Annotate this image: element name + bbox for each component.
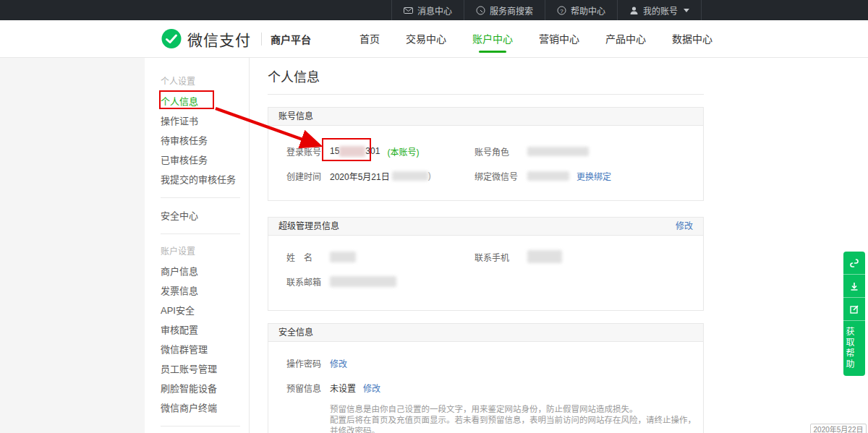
help-center-label: 帮助中心 — [571, 4, 605, 17]
floating-help-widget: 获取帮助 — [843, 252, 865, 376]
sidebar: 个人设置 个人信息 操作证书 待审核任务 已审核任务 我提交的审核任务 安全中心… — [145, 58, 250, 433]
nav-product-center[interactable]: 产品中心 — [605, 20, 646, 58]
login-account-prefix: 15 — [330, 146, 339, 156]
sidebar-section-account-settings: 账户设置 — [161, 242, 249, 262]
created-time-label: 创建时间 — [286, 170, 330, 182]
admin-phone-redacted — [527, 250, 562, 263]
login-account-row: 登录账号 15 301 (本账号) 账号角色 — [268, 139, 703, 163]
download-button[interactable] — [843, 275, 865, 298]
nav-marketing-center[interactable]: 营销中心 — [539, 20, 579, 58]
admin-phone-label: 联系手机 — [475, 251, 527, 263]
sidebar-item-my-submitted-tasks[interactable]: 我提交的审核任务 — [161, 170, 249, 189]
title-divider — [268, 94, 704, 95]
primary-nav: 首页 交易中心 账户中心 营销中心 产品中心 数据中心 — [359, 20, 712, 58]
sidebar-divider — [161, 233, 240, 234]
nav-data-center[interactable]: 数据中心 — [672, 20, 712, 58]
help-line-1: 预留信息是由你自己设置的一段文字，用来鉴定网站身份，防止假冒网站造成损失。 — [330, 404, 703, 415]
super-admin-card-title: 超级管理员信息 — [278, 218, 339, 235]
link-share-button[interactable] — [843, 252, 865, 275]
nav-transaction-center[interactable]: 交易中心 — [406, 20, 446, 58]
top-utility-bar: 消息中心 服务商搜索 ? 帮助中心 我的账号 — [0, 0, 868, 20]
operation-password-label: 操作密码 — [286, 357, 330, 369]
edit-icon — [849, 304, 859, 314]
operation-password-row: 操作密码 修改 — [268, 351, 703, 375]
date-badge: 2020年5月22日 — [810, 424, 867, 433]
change-binding-link[interactable]: 更换绑定 — [576, 170, 611, 182]
sidebar-divider — [161, 426, 240, 426]
get-help-button[interactable]: 获取帮助 — [843, 321, 865, 376]
admin-name-row: 姓 名 联系手机 — [268, 244, 703, 269]
sidebar-item-personal-info[interactable]: 个人信息 — [161, 92, 249, 111]
brand-name: 微信支付 — [187, 28, 251, 50]
admin-name-redacted — [330, 252, 356, 262]
left-gutter — [0, 58, 145, 433]
security-info-card: 安全信息 操作密码 修改 预留信息 未设置 修改 预留 — [268, 323, 704, 433]
sidebar-item-invoice-info[interactable]: 发票信息 — [161, 281, 249, 301]
search-icon — [476, 6, 485, 15]
help-center-link[interactable]: ? 帮助中心 — [545, 0, 617, 20]
sidebar-item-merchant-terminal[interactable]: 微信商户终端 — [161, 398, 249, 418]
feedback-button[interactable] — [843, 298, 865, 321]
security-info-card-header: 安全信息 — [268, 324, 703, 342]
security-info-card-title: 安全信息 — [278, 324, 313, 341]
brand-divider — [261, 33, 262, 46]
sidebar-item-review-config[interactable]: 审核配置 — [161, 320, 249, 340]
chevron-down-icon — [684, 9, 689, 12]
help-icon: ? — [557, 6, 566, 15]
user-icon — [629, 6, 639, 15]
current-account-note: (本账号) — [387, 145, 419, 158]
reserved-info-label: 预留信息 — [286, 382, 330, 394]
sidebar-item-staff-account-mgmt[interactable]: 员工账号管理 — [161, 359, 249, 379]
created-time-redacted — [392, 171, 428, 181]
sidebar-item-api-security[interactable]: API安全 — [161, 301, 249, 320]
service-provider-search-link[interactable]: 服务商搜索 — [464, 0, 545, 20]
created-time-row: 创建时间 2020年5月21日 ) 绑定微信号 更换绑定 — [268, 163, 703, 188]
account-info-card-header: 账号信息 — [268, 108, 703, 126]
login-account-suffix: 301 — [365, 146, 380, 156]
bound-wechat-redacted — [527, 171, 569, 181]
account-info-card-title: 账号信息 — [278, 108, 313, 125]
operation-password-edit-link[interactable]: 修改 — [330, 357, 347, 369]
admin-name-label: 姓 名 — [286, 251, 330, 263]
account-role-label: 账号角色 — [475, 145, 527, 158]
sidebar-item-wechat-group-mgmt[interactable]: 微信群管理 — [161, 340, 249, 359]
sidebar-item-security-center[interactable]: 安全中心 — [161, 206, 249, 226]
main-content: 个人信息 账号信息 登录账号 15 301 (本账号) 账号角色 — [250, 58, 868, 433]
svg-text:?: ? — [560, 7, 563, 14]
sidebar-section-personal-settings: 个人设置 — [161, 72, 249, 92]
account-info-card: 账号信息 登录账号 15 301 (本账号) 账号角色 — [268, 107, 704, 201]
super-admin-edit-link[interactable]: 修改 — [676, 218, 693, 235]
my-account-label: 我的账号 — [643, 4, 678, 17]
login-account-redacted — [339, 146, 365, 157]
reserved-info-row: 预留信息 未设置 修改 — [268, 375, 703, 400]
admin-email-row: 联系邮箱 — [268, 269, 703, 293]
sidebar-item-face-devices[interactable]: 刷脸智能设备 — [161, 379, 249, 398]
page-title: 个人信息 — [268, 67, 320, 85]
my-account-menu[interactable]: 我的账号 — [617, 0, 702, 20]
link-icon — [849, 258, 859, 268]
account-role-redacted — [527, 147, 589, 156]
reserved-info-value: 未设置 — [330, 382, 356, 394]
sidebar-item-reviewed-tasks[interactable]: 已审核任务 — [161, 150, 249, 170]
reserved-info-edit-link[interactable]: 修改 — [363, 382, 380, 394]
created-time-tail: ) — [428, 171, 431, 181]
admin-email-label: 联系邮箱 — [286, 275, 330, 288]
reserved-info-help: 预留信息是由你自己设置的一段文字，用来鉴定网站身份，防止假冒网站造成损失。 配置… — [268, 400, 703, 433]
sidebar-item-operation-certificate[interactable]: 操作证书 — [161, 111, 249, 131]
brand[interactable]: 微信支付 商户平台 — [161, 20, 311, 58]
sidebar-item-pending-review-tasks[interactable]: 待审核任务 — [161, 131, 249, 150]
sidebar-item-merchant-info[interactable]: 商户信息 — [161, 262, 249, 281]
message-center-link[interactable]: 消息中心 — [391, 0, 464, 20]
sidebar-divider — [161, 197, 240, 198]
help-line-2: 配置后将在首页及充值页面显示。若未看到预留信息，表明当前访问的网站存在风险，请终… — [330, 415, 703, 433]
download-icon — [849, 281, 859, 291]
super-admin-card: 超级管理员信息 修改 姓 名 联系手机 联系邮箱 — [268, 217, 704, 311]
nav-account-center[interactable]: 账户中心 — [472, 20, 513, 58]
login-account-label: 登录账号 — [286, 145, 330, 158]
wechat-pay-logo-icon — [161, 28, 182, 50]
created-time-value: 2020年5月21日 — [330, 170, 390, 182]
super-admin-card-header: 超级管理员信息 修改 — [268, 218, 703, 236]
nav-home[interactable]: 首页 — [359, 20, 380, 58]
merchant-platform-page: 消息中心 服务商搜索 ? 帮助中心 我的账号 — [0, 0, 868, 433]
admin-email-redacted — [330, 276, 396, 287]
